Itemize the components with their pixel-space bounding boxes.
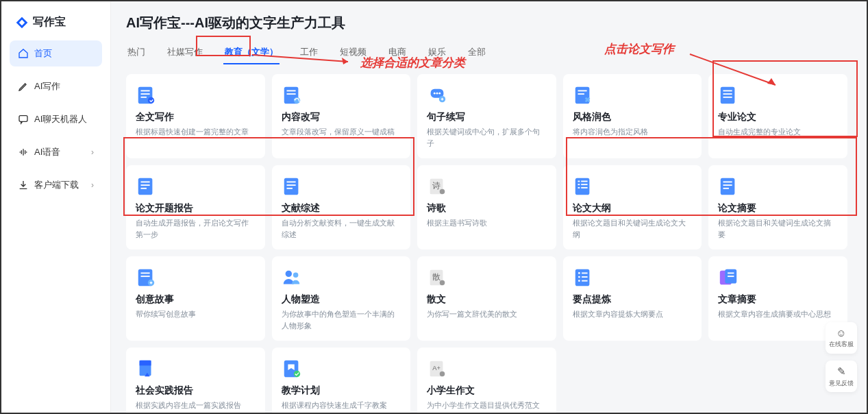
card-outline[interactable]: 论文大纲根据论文题目和关键词生成论文大纲 <box>563 165 702 249</box>
poem-icon: 诗 <box>427 176 447 197</box>
card-title: 论文大纲 <box>573 202 693 215</box>
card-desc: 根据论文题目和关键词生成论文摘要 <box>718 217 838 240</box>
svg-rect-63 <box>728 276 734 277</box>
card-essay[interactable]: A+小学生作文为中小学生作文题目提供优秀范文 <box>417 348 556 413</box>
tab-work[interactable]: 工作 <box>299 43 319 64</box>
svg-point-49 <box>293 273 298 278</box>
tab-education[interactable]: 教育（文学） <box>223 43 280 64</box>
nav-aivoice[interactable]: AI语音 › <box>10 139 102 165</box>
card-keypoints[interactable]: 要点提炼根据文章内容提炼大纲要点 <box>563 256 702 341</box>
logo-text: 写作宝 <box>33 15 66 29</box>
chat-icon <box>18 114 29 125</box>
svg-point-32 <box>440 189 445 195</box>
home-icon <box>18 48 29 59</box>
logo: 写作宝 <box>10 11 102 34</box>
nav-home[interactable]: 首页 <box>10 40 102 66</box>
svg-rect-46 <box>141 276 150 277</box>
tab-social[interactable]: 社媒写作 <box>166 43 204 64</box>
nav-aiwrite[interactable]: AI写作 <box>10 73 102 99</box>
nav-download[interactable]: 客户端下载 › <box>10 172 102 198</box>
svg-rect-34 <box>578 181 580 182</box>
svg-rect-21 <box>723 97 732 98</box>
svg-rect-45 <box>141 273 150 274</box>
svg-point-58 <box>578 280 580 282</box>
card-grid: 全文写作根据标题快速创建一篇完整的文章 内容改写文章段落改写，保留原义一键成稿 … <box>126 74 847 413</box>
polish-icon <box>573 85 593 106</box>
card-title: 社会实践报告 <box>136 385 256 397</box>
card-desc: 根据标题快速创建一篇完整的文章 <box>136 126 256 138</box>
card-abstract[interactable]: 论文摘要根据论文题目和关键词生成论文摘要 <box>708 165 847 249</box>
card-desc: 根据文章内容提炼大纲要点 <box>573 308 693 320</box>
card-story[interactable]: 创意故事帮你续写创意故事 <box>126 256 265 341</box>
feedback-icon: ✎ <box>837 365 846 378</box>
card-desc: 根据主题书写诗歌 <box>427 217 547 229</box>
nav-label: AI语音 <box>34 146 60 158</box>
svg-point-48 <box>285 271 291 277</box>
svg-point-11 <box>434 93 436 95</box>
card-poem[interactable]: 诗诗歌根据主题书写诗歌 <box>417 165 556 249</box>
chevron-right-icon: › <box>91 147 94 157</box>
tab-shortvideo[interactable]: 短视频 <box>338 43 368 64</box>
svg-rect-2 <box>141 90 150 92</box>
card-title: 内容改写 <box>282 111 401 123</box>
svg-rect-40 <box>721 178 735 195</box>
svg-rect-65 <box>140 361 151 366</box>
svg-rect-25 <box>141 188 147 189</box>
card-character[interactable]: 人物塑造为你故事中的角色塑造一个丰满的人物形象 <box>272 256 411 341</box>
card-title: 论文开题报告 <box>136 202 256 215</box>
svg-point-13 <box>439 93 441 95</box>
card-prose[interactable]: 散散文为你写一篇文辞优美的散文 <box>417 256 556 341</box>
card-title: 教学计划 <box>282 385 401 397</box>
nav-label: AI写作 <box>34 80 60 93</box>
rewrite-icon <box>282 85 302 106</box>
card-title: 诗歌 <box>427 202 547 215</box>
logo-icon <box>15 16 29 29</box>
nav-label: 客户端下载 <box>34 179 79 191</box>
page-title: AI写作宝---AI驱动的文字生产力工具 <box>126 14 847 32</box>
proposal-icon <box>136 176 156 197</box>
card-practice[interactable]: 社会实践报告根据实践内容生成一篇实践报告 <box>126 348 265 413</box>
feedback-button[interactable]: ✎ 意见反馈 <box>826 361 857 392</box>
card-polish[interactable]: 风格润色将内容润色为指定风格 <box>563 74 702 158</box>
card-fulltext[interactable]: 全文写作根据标题快速创建一篇完整的文章 <box>126 74 265 158</box>
card-thesis[interactable]: 专业论文自动生成完整的专业论文 <box>708 74 847 158</box>
svg-rect-55 <box>582 273 587 274</box>
svg-rect-3 <box>141 93 150 95</box>
tab-ecommerce[interactable]: 电商 <box>387 43 408 64</box>
svg-rect-38 <box>578 187 580 188</box>
feedback-label: 意见反馈 <box>829 379 854 388</box>
card-desc: 为你故事中的角色塑造一个丰满的人物形象 <box>282 308 401 331</box>
main-content: AI写作宝---AI驱动的文字生产力工具 热门 社媒写作 教育（文学） 工作 短… <box>111 1 867 413</box>
card-rewrite[interactable]: 内容改写文章段落改写，保留原义一键成稿 <box>272 74 411 158</box>
support-button[interactable]: ☺ 在线客服 <box>826 322 857 354</box>
svg-rect-8 <box>286 93 295 95</box>
nav-aichat[interactable]: AI聊天机器人 <box>10 106 102 132</box>
card-desc: 自动生成完整的专业论文 <box>718 126 838 138</box>
card-proposal[interactable]: 论文开题报告自动生成开题报告，开启论文写作第一步 <box>126 165 265 249</box>
card-review[interactable]: 文献综述自动分析文献资料，一键生成文献综述 <box>272 165 411 249</box>
svg-text:A+: A+ <box>432 365 441 372</box>
svg-rect-39 <box>581 187 587 188</box>
svg-point-54 <box>578 272 580 274</box>
card-desc: 为你写一篇文辞优美的散文 <box>427 308 547 320</box>
card-title: 文章摘要 <box>718 293 838 306</box>
tab-hot[interactable]: 热门 <box>126 43 147 64</box>
card-desc: 将内容润色为指定风格 <box>573 126 693 138</box>
tab-entertainment[interactable]: 娱乐 <box>427 43 447 64</box>
card-teachplan[interactable]: 教学计划根据课程内容快速生成千字教案 <box>272 348 411 413</box>
svg-rect-16 <box>578 90 586 92</box>
nav-label: AI聊天机器人 <box>34 113 87 125</box>
keypoints-icon <box>573 267 593 288</box>
card-title: 专业论文 <box>718 111 838 123</box>
tab-all[interactable]: 全部 <box>467 43 487 64</box>
card-desc: 为中小学生作文题目提供优秀范文 <box>427 400 547 411</box>
card-desc: 根据实践内容生成一篇实践报告 <box>136 400 256 411</box>
card-continue[interactable]: 句子续写根据关键词或中心句，扩展多个句子 <box>417 74 556 158</box>
card-desc: 文章段落改写，保留原义一键成稿 <box>282 126 401 138</box>
svg-rect-26 <box>284 178 298 195</box>
card-title: 小学生作文 <box>427 385 547 397</box>
svg-point-12 <box>436 93 438 95</box>
card-title: 风格润色 <box>573 111 693 123</box>
review-icon <box>282 176 302 197</box>
svg-rect-4 <box>141 97 147 98</box>
